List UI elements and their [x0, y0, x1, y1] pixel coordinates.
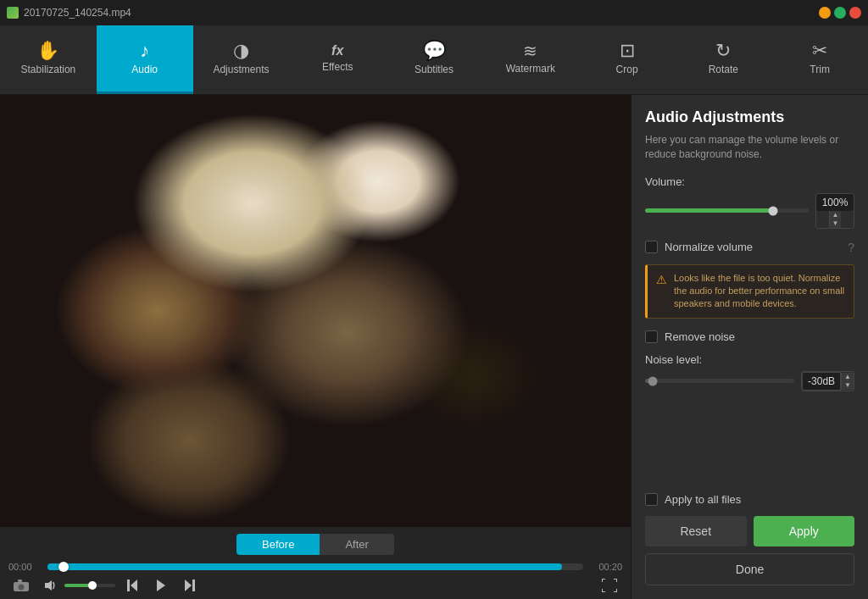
sidebar-item-crop[interactable]: ⊡ Crop	[579, 25, 676, 94]
noise-slider-handle[interactable]	[648, 376, 657, 385]
watermark-icon: ≋	[523, 42, 537, 59]
volume-row: 100% ▲ ▼	[645, 193, 854, 229]
tool-label-stabilization: Stabilization	[21, 64, 76, 75]
next-button[interactable]	[180, 578, 198, 593]
volume-slider-fill	[645, 208, 773, 213]
sidebar-item-stabilization[interactable]: ✋ Stabilization	[0, 25, 97, 94]
volume-label: Volume:	[645, 175, 854, 188]
maximize-button[interactable]	[834, 7, 846, 19]
toolbar: ✋ Stabilization ♪ Audio ◑ Adjustments fx…	[0, 25, 868, 95]
warning-text: Looks like the file is too quiet. Normal…	[674, 272, 845, 311]
volume-value-wrap: 100% ▲ ▼	[815, 193, 854, 229]
prev-button[interactable]	[124, 578, 142, 593]
volume-up-button[interactable]: ▲	[830, 211, 842, 219]
timeline: 00:00 00:20	[8, 562, 622, 572]
tool-label-adjustments: Adjustments	[213, 64, 269, 75]
player-left	[10, 577, 198, 594]
effects-icon: fx	[331, 44, 343, 58]
progress-thumb[interactable]	[58, 562, 69, 572]
titlebar-controls[interactable]	[819, 7, 861, 19]
tool-label-crop: Crop	[616, 64, 638, 75]
sidebar-item-effects[interactable]: fx Effects	[289, 25, 386, 94]
action-buttons: Reset Apply	[645, 516, 854, 546]
svg-marker-3	[45, 580, 52, 591]
warning-box: ⚠ Looks like the file is too quiet. Norm…	[645, 264, 854, 319]
svg-rect-2	[18, 580, 22, 582]
titlebar-filename: 20170725_140254.mp4	[24, 7, 131, 19]
noise-value: -30dB	[802, 372, 841, 391]
subtitles-icon: 💬	[423, 42, 446, 60]
remove-noise-checkbox[interactable]	[645, 330, 658, 343]
noise-down-button[interactable]: ▼	[842, 381, 854, 390]
noise-value-wrap: -30dB ▲ ▼	[801, 371, 854, 391]
apply-all-checkbox[interactable]	[645, 493, 658, 506]
sidebar-item-audio[interactable]: ♪ Audio	[97, 25, 193, 94]
normalize-help-icon[interactable]: ?	[848, 241, 854, 254]
svg-marker-4	[131, 580, 137, 591]
fullscreen-button[interactable]	[598, 577, 620, 594]
adjustments-icon: ◑	[233, 42, 249, 60]
rotate-icon: ↻	[715, 42, 731, 60]
svg-point-1	[19, 585, 25, 591]
svg-rect-5	[127, 580, 130, 591]
time-end: 00:20	[590, 562, 622, 572]
warning-icon: ⚠	[656, 273, 667, 286]
svg-marker-6	[157, 580, 165, 591]
time-start: 00:00	[8, 562, 41, 572]
sidebar-item-trim[interactable]: ✂ Trim	[771, 25, 868, 94]
main-area: Before After 00:00 00:20	[0, 95, 868, 599]
apply-all-label: Apply to all files	[665, 493, 741, 506]
normalize-checkbox[interactable]	[645, 241, 658, 253]
volume-thumb[interactable]	[88, 581, 97, 590]
tool-label-audio: Audio	[131, 64, 158, 75]
volume-slider[interactable]	[645, 208, 809, 213]
trim-icon: ✂	[812, 42, 827, 60]
camera-button[interactable]	[10, 577, 32, 594]
svg-marker-7	[185, 580, 192, 591]
video-preview-area	[0, 95, 631, 527]
before-after-toggle: Before After	[8, 534, 622, 555]
titlebar: 20170725_140254.mp4	[0, 0, 868, 25]
right-panel: Audio Adjustments Here you can manage th…	[631, 95, 868, 599]
after-button[interactable]: After	[320, 534, 393, 555]
volume-icon[interactable]	[41, 578, 61, 593]
normalize-row: Normalize volume ?	[645, 241, 854, 254]
playback-controls: Before After 00:00 00:20	[0, 527, 631, 599]
close-button[interactable]	[849, 7, 861, 19]
stabilization-icon: ✋	[36, 42, 59, 60]
titlebar-left: 20170725_140254.mp4	[7, 7, 131, 19]
sidebar-item-subtitles[interactable]: 💬 Subtitles	[386, 25, 482, 94]
remove-noise-label: Remove noise	[665, 330, 735, 343]
sidebar-item-rotate[interactable]: ↻ Rotate	[675, 25, 771, 94]
apply-button[interactable]: Apply	[754, 516, 855, 546]
tool-label-rotate: Rotate	[709, 64, 738, 75]
panel-description: Here you can manage the volume levels or…	[645, 133, 854, 162]
apply-all-row: Apply to all files	[645, 493, 854, 506]
noise-up-button[interactable]: ▲	[842, 373, 854, 381]
volume-bar[interactable]	[64, 584, 115, 587]
noise-slider[interactable]	[645, 379, 794, 383]
tool-label-subtitles: Subtitles	[415, 64, 453, 75]
noise-row: -30dB ▲ ▼	[645, 371, 854, 391]
done-button[interactable]: Done	[645, 553, 854, 585]
tool-label-watermark: Watermark	[506, 63, 555, 75]
panel-title: Audio Adjustments	[645, 108, 854, 126]
volume-down-button[interactable]: ▼	[830, 219, 842, 228]
volume-value: 100%	[816, 194, 854, 211]
play-button[interactable]	[151, 577, 171, 594]
left-panel: Before After 00:00 00:20	[0, 95, 631, 599]
before-button[interactable]: Before	[236, 534, 320, 555]
progress-fill	[47, 563, 562, 570]
volume-control	[41, 578, 115, 593]
reset-button[interactable]: Reset	[645, 516, 747, 546]
sidebar-item-adjustments[interactable]: ◑ Adjustments	[193, 25, 290, 94]
sidebar-item-watermark[interactable]: ≋ Watermark	[482, 25, 579, 94]
audio-icon: ♪	[140, 42, 149, 60]
volume-slider-handle[interactable]	[768, 206, 777, 215]
minimize-button[interactable]	[819, 7, 831, 19]
tool-label-trim: Trim	[810, 64, 830, 75]
video-frame	[0, 95, 631, 527]
progress-bar[interactable]	[47, 563, 583, 570]
crop-icon: ⊡	[620, 42, 635, 60]
svg-rect-8	[192, 580, 195, 591]
